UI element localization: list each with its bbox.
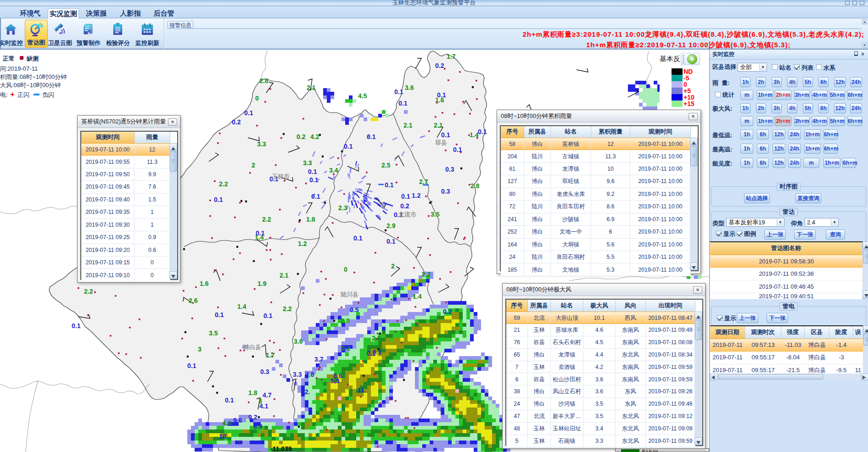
svg-text:2.8: 2.8 [470, 182, 480, 190]
svg-text:1.2: 1.2 [412, 192, 421, 199]
svg-text:2.2: 2.2 [262, 216, 271, 223]
svg-text:3.6: 3.6 [405, 84, 414, 91]
svg-text:3.3: 3.3 [293, 371, 302, 378]
svg-text:4.5: 4.5 [358, 92, 367, 100]
svg-text:2.2: 2.2 [342, 345, 351, 352]
svg-text:0.1: 0.1 [478, 128, 487, 135]
svg-text:2.2: 2.2 [84, 288, 93, 295]
svg-text:0.1: 0.1 [386, 238, 396, 245]
svg-text:0.2: 0.2 [443, 308, 452, 315]
svg-text:2.2: 2.2 [422, 271, 431, 278]
svg-text:0.3: 0.3 [441, 188, 450, 195]
svg-text:2.1: 2.1 [403, 122, 413, 129]
svg-text:3.5: 3.5 [209, 329, 218, 337]
svg-text:0.1: 0.1 [72, 322, 81, 329]
svg-text:0.1: 0.1 [215, 311, 224, 318]
svg-text:2.2: 2.2 [283, 305, 292, 312]
svg-text:0.1: 0.1 [263, 312, 273, 319]
svg-text:3.8: 3.8 [305, 371, 314, 378]
svg-text:0: 0 [255, 95, 259, 102]
svg-text:1.4: 1.4 [413, 293, 422, 300]
svg-text:玉林市: 玉林市 [272, 173, 290, 180]
svg-text:0.1: 0.1 [437, 91, 446, 99]
svg-text:2.6: 2.6 [372, 335, 381, 342]
svg-text:1.9: 1.9 [258, 280, 267, 287]
svg-text:1.6: 1.6 [200, 280, 209, 287]
svg-text:0.3: 0.3 [260, 368, 269, 375]
svg-text:4.7: 4.7 [263, 391, 272, 399]
svg-text:3.3: 3.3 [257, 140, 266, 148]
svg-text:0.1: 0.1 [308, 168, 317, 175]
svg-text:1.4: 1.4 [237, 303, 246, 310]
svg-text:9.6: 9.6 [233, 417, 242, 424]
svg-text:0.2: 0.2 [297, 133, 306, 140]
svg-text:1.8: 1.8 [306, 216, 315, 223]
svg-text:0.5: 0.5 [350, 306, 359, 313]
svg-text:0.1: 0.1 [344, 143, 353, 150]
svg-text:2.7: 2.7 [419, 178, 428, 185]
svg-text:0.1: 0.1 [225, 396, 234, 404]
svg-text:1.4: 1.4 [470, 131, 479, 139]
svg-text:1.7: 1.7 [266, 352, 275, 359]
svg-text:3: 3 [198, 346, 202, 353]
svg-text:4.4: 4.4 [222, 419, 231, 427]
svg-text:6.9: 6.9 [253, 423, 263, 430]
svg-text:0.1: 0.1 [441, 131, 450, 139]
svg-text:1.7: 1.7 [447, 53, 456, 60]
svg-text:3.5: 3.5 [431, 211, 440, 218]
svg-text:2.1: 2.1 [434, 122, 443, 129]
svg-text:0.1: 0.1 [373, 348, 382, 356]
svg-text:0.1: 0.1 [367, 133, 376, 140]
svg-text:1.8: 1.8 [248, 389, 258, 396]
svg-text:1.2: 1.2 [298, 240, 307, 247]
svg-text:2.3: 2.3 [338, 204, 347, 212]
svg-text:北流市: 北流市 [398, 211, 416, 218]
svg-text:-11.039: -11.039 [270, 445, 292, 452]
svg-text:2.8: 2.8 [341, 317, 350, 324]
svg-text:2.8: 2.8 [259, 77, 269, 84]
svg-text:3.7: 3.7 [314, 356, 324, 363]
svg-text:4.1: 4.1 [259, 402, 269, 410]
svg-text:0.1: 0.1 [311, 193, 320, 200]
svg-text:0.1: 0.1 [214, 196, 223, 203]
svg-text:9.2: 9.2 [248, 413, 258, 421]
svg-text:3.3: 3.3 [303, 159, 312, 167]
svg-text:2.1: 2.1 [280, 272, 289, 279]
svg-text:2: 2 [391, 262, 395, 270]
svg-text:8.6: 8.6 [333, 372, 342, 379]
svg-text:0.1: 0.1 [398, 100, 408, 107]
svg-text:11.: 11. [358, 386, 366, 394]
svg-text:10.: 10. [219, 433, 228, 440]
svg-text:0.2: 0.2 [400, 202, 409, 210]
svg-text:0.1: 0.1 [244, 109, 253, 117]
svg-text:容县: 容县 [435, 139, 447, 146]
svg-text:2.2: 2.2 [219, 180, 228, 188]
svg-text:2: 2 [252, 162, 255, 169]
svg-text:0.1: 0.1 [256, 229, 265, 237]
svg-text:2.1: 2.1 [307, 84, 316, 91]
svg-text:0.3: 0.3 [445, 166, 454, 173]
svg-text:4.2: 4.2 [310, 133, 319, 140]
svg-text:0: 0 [344, 266, 347, 273]
svg-text:0.1: 0.1 [453, 146, 462, 153]
svg-text:博白县: 博白县 [243, 344, 261, 351]
svg-text:0.1: 0.1 [401, 193, 410, 200]
svg-text:0.2: 0.2 [435, 62, 444, 69]
svg-text:2.5: 2.5 [381, 162, 391, 169]
svg-text:3.4: 3.4 [329, 167, 338, 174]
svg-text:12.: 12. [301, 388, 310, 396]
svg-text:0.1: 0.1 [385, 181, 394, 189]
svg-text:0.1: 0.1 [309, 176, 319, 184]
svg-text:0.2: 0.2 [232, 118, 241, 126]
svg-text:0.1: 0.1 [353, 234, 363, 242]
svg-text:0.1: 0.1 [187, 362, 196, 369]
svg-text:0.1: 0.1 [394, 88, 403, 95]
svg-text:3.6: 3.6 [294, 338, 303, 345]
svg-text:2.9: 2.9 [386, 222, 396, 229]
svg-text:2.6: 2.6 [189, 297, 198, 304]
svg-text:陆川县: 陆川县 [341, 291, 358, 298]
